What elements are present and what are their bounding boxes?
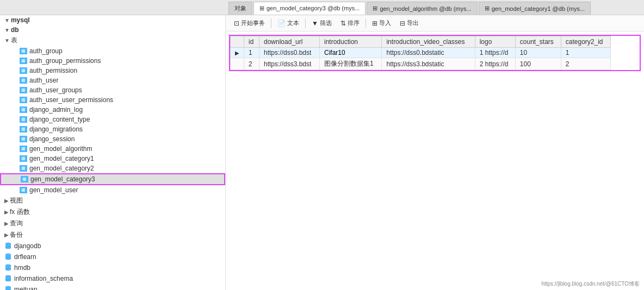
- table-icon2: ⊞: [373, 5, 377, 12]
- table-django-admin-log[interactable]: ▦ django_admin_log: [0, 105, 225, 115]
- text-icon: 📄: [277, 20, 286, 27]
- views-section[interactable]: ▶ 视图: [0, 195, 225, 206]
- table-gen-model-category3[interactable]: ▦ gen_model_category3: [0, 173, 225, 185]
- table-grid-icon: ▦: [20, 87, 27, 93]
- table-grid-icon: ▦: [20, 146, 27, 152]
- sort-button[interactable]: ⇅ 排序: [337, 17, 363, 29]
- cell-introduction: 图像分割数据集1: [319, 58, 381, 70]
- import-button[interactable]: ⊞ 导入: [368, 17, 395, 29]
- table-grid-icon: ▦: [20, 67, 27, 74]
- table-django-migrations[interactable]: ▦ django_migrations: [0, 124, 225, 134]
- svg-point-11: [5, 279, 11, 281]
- db-hmdb[interactable]: hmdb: [0, 262, 225, 273]
- tab-gen-model-algorithm[interactable]: ⊞ gen_model_algorithm @db (mys...: [367, 2, 477, 15]
- db-djangodb[interactable]: djangodb: [0, 241, 225, 251]
- table-grid-icon: ▦: [20, 58, 27, 64]
- filter-icon: ▼: [312, 20, 318, 27]
- db-meituan[interactable]: meituan: [0, 284, 225, 290]
- cell-introduction: Cifar10: [319, 48, 381, 58]
- col-id[interactable]: id: [244, 36, 259, 48]
- tab-gen-model-category1[interactable]: ⊞ gen_model_category1 @db (mys...: [479, 2, 591, 15]
- sort-icon: ⇅: [340, 20, 346, 27]
- backup-section[interactable]: ▶ 备份: [0, 229, 225, 241]
- table-auth-user-groups[interactable]: ▦ auth_user_groups: [0, 85, 225, 95]
- svg-point-5: [5, 257, 11, 260]
- table-grid-icon: ▦: [20, 106, 27, 113]
- table-row[interactable]: 2 https://dss3.bdst 图像分割数据集1 https://dss…: [231, 58, 611, 70]
- queries-section[interactable]: ▶ 查询: [0, 218, 225, 229]
- row-arrow: [231, 58, 244, 70]
- toolbar: ⊡ 开始事务 📄 文本 ▼ 筛选 ⇅ 排序 ⊞ 导入 ⊟: [226, 15, 644, 31]
- table-grid-icon: ▦: [20, 165, 27, 172]
- table-auth-group[interactable]: ▦ auth_group: [0, 46, 225, 56]
- table-gen-model-category2[interactable]: ▦ gen_model_category2: [0, 163, 225, 173]
- table-grid-icon: ▦: [20, 116, 27, 123]
- db-cylinder-icon: [4, 275, 12, 282]
- db-drflearn[interactable]: drflearn: [0, 251, 225, 262]
- row-arrow: ▶: [231, 48, 244, 58]
- col-logo[interactable]: logo: [475, 36, 515, 48]
- table-auth-group-permissions[interactable]: ▦ auth_group_permissions: [0, 56, 225, 66]
- db-expand: ▼: [4, 27, 10, 33]
- col-introduction-video-classes[interactable]: introduction_video_classes: [382, 36, 475, 48]
- transaction-icon: ⊡: [234, 20, 239, 27]
- table-gen-model-user[interactable]: ▦ gen_model_user: [0, 185, 225, 195]
- tables-expand: ▼: [4, 37, 10, 43]
- svg-point-2: [5, 247, 11, 249]
- tables-section[interactable]: ▼ 表: [0, 35, 225, 46]
- cell-id: 1: [244, 48, 259, 58]
- cell-logo: 2 https://d: [475, 58, 515, 70]
- cell-download-url: https://dss0.bdst: [259, 48, 320, 58]
- content-area: ⊡ 开始事务 📄 文本 ▼ 筛选 ⇅ 排序 ⊞ 导入 ⊟: [226, 15, 644, 290]
- table-gen-model-category1[interactable]: ▦ gen_model_category1: [0, 154, 225, 163]
- db-item[interactable]: ▼ db: [0, 25, 225, 35]
- col-download-url[interactable]: download_url: [259, 36, 320, 48]
- backup-label: 备份: [10, 230, 23, 239]
- separator3: [366, 18, 366, 28]
- table-auth-user-user-permissions[interactable]: ▦ auth_user_user_permissions: [0, 95, 225, 105]
- cell-count-stars: 10: [515, 48, 561, 58]
- tab-gen-model-category3[interactable]: ⊞ gen_model_category3 @db (mys...: [253, 2, 366, 15]
- table-auth-permission[interactable]: ▦ auth_permission: [0, 66, 225, 75]
- table-grid-icon: ▦: [20, 97, 27, 103]
- table-row[interactable]: ▶ 1 https://dss0.bdst Cifar10 https://ds…: [231, 48, 611, 58]
- db-cylinder-icon: [4, 286, 12, 290]
- queries-label: 查询: [10, 219, 23, 228]
- functions-section[interactable]: ▶ fx 函数: [0, 206, 225, 218]
- data-table-wrapper: id download_url introduction introductio…: [229, 35, 641, 71]
- table-icon3: ⊞: [485, 5, 490, 12]
- cell-count-stars: 100: [515, 58, 561, 70]
- col-category2-id[interactable]: category2_id: [561, 36, 610, 48]
- db-information-schema[interactable]: information_schema: [0, 273, 225, 284]
- functions-expand: ▶: [4, 209, 9, 215]
- table-django-session[interactable]: ▦ django_session: [0, 134, 225, 144]
- cell-download-url: https://dss3.bdst: [259, 58, 320, 70]
- col-count-stars[interactable]: count_stars: [515, 36, 561, 48]
- table-icon: ⊞: [259, 5, 264, 12]
- import-icon: ⊞: [372, 20, 377, 27]
- export-button[interactable]: ⊟ 导出: [396, 17, 423, 29]
- table-grid-icon: ▦: [20, 77, 27, 84]
- tab-object[interactable]: 对象: [228, 2, 252, 15]
- db-cylinder-icon: [4, 242, 12, 250]
- cell-id: 2: [244, 58, 259, 70]
- filter-button[interactable]: ▼ 筛选: [308, 17, 336, 29]
- views-label: 视图: [10, 196, 23, 205]
- begin-transaction-button[interactable]: ⊡ 开始事务: [230, 17, 269, 29]
- cell-category2-id: 1: [561, 48, 610, 58]
- functions-label: fx 函数: [10, 207, 30, 217]
- table-grid-icon: ▦: [21, 176, 28, 182]
- db-label: db: [11, 26, 19, 34]
- mysql-root[interactable]: ▼ mysql: [0, 15, 225, 25]
- sidebar: ▼ mysql ▼ db ▼ 表 ▦ auth_group ▦ auth_gro…: [0, 15, 226, 290]
- db-cylinder-icon: [4, 253, 12, 261]
- col-introduction[interactable]: introduction: [319, 36, 381, 48]
- expand-arrow: ▼: [4, 17, 10, 23]
- table-django-content-type[interactable]: ▦ django_content_type: [0, 115, 225, 124]
- table-container: id download_url introduction introductio…: [226, 31, 644, 290]
- table-gen-model-algorithm[interactable]: ▦ gen_model_algorithm: [0, 144, 225, 154]
- text-button[interactable]: 📄 文本: [274, 17, 303, 29]
- table-auth-user[interactable]: ▦ auth_user: [0, 75, 225, 85]
- table-grid-icon: ▦: [20, 126, 27, 133]
- db-cylinder-icon: [4, 264, 12, 272]
